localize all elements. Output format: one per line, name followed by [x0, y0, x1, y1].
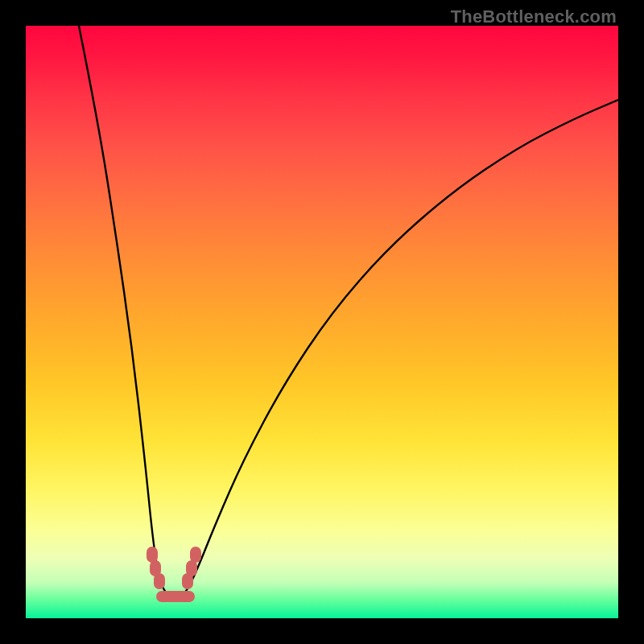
- plot-area: [26, 26, 618, 618]
- chart-frame: TheBottleneck.com: [0, 0, 644, 644]
- bottleneck-curve: [26, 26, 618, 618]
- right-marker-3: [190, 547, 201, 563]
- right-marker-2: [186, 560, 197, 576]
- curve-path: [79, 26, 618, 598]
- trough-bar: [156, 591, 195, 602]
- watermark-text: TheBottleneck.com: [451, 6, 617, 27]
- left-marker-3: [154, 573, 165, 589]
